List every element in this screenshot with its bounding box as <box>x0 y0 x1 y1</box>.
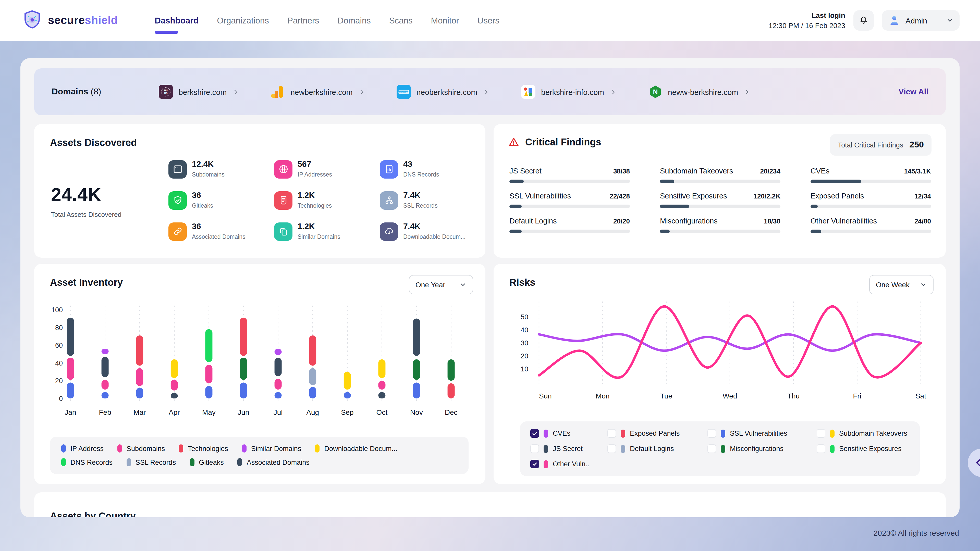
critical-findings-title: Critical Findings <box>525 137 601 148</box>
finding-progress-track <box>509 205 630 208</box>
risk-series-checkbox[interactable] <box>530 460 539 468</box>
stat-label: Similar Domains <box>298 233 340 240</box>
user-menu[interactable]: Admin <box>882 10 959 30</box>
domain-chip-berkshire-info.com[interactable]: berkshire-info.com <box>521 85 616 99</box>
chevron-right-icon <box>610 89 616 95</box>
finding-label: Sensitive Exposures <box>660 192 727 200</box>
svg-text:Jun: Jun <box>238 408 249 416</box>
legend-label: Gitleaks <box>199 458 224 466</box>
domain-chip-neoberkshire.com[interactable]: ANIMATE.CSSneoberkshire.com <box>396 85 490 99</box>
asset-stat-similar-domains: 1.2KSimilar Domains <box>274 216 380 247</box>
legend-color-pill <box>721 445 725 453</box>
svg-text:Jul: Jul <box>274 408 283 416</box>
shield-check-icon <box>172 195 183 206</box>
nav-item-dashboard[interactable]: Dashboard <box>155 11 199 30</box>
nav-item-domains[interactable]: Domains <box>338 11 371 30</box>
risk-series-checkbox[interactable] <box>817 445 825 453</box>
collapse-panel-button[interactable] <box>968 448 980 477</box>
domain-chip-neww-berkshire.com[interactable]: Nneww-berkshire.com <box>648 85 750 99</box>
risk-series-checkbox[interactable] <box>608 445 616 453</box>
legend-label: SSL Records <box>135 458 176 466</box>
asset-stat-dns-records: 43DNS Records <box>380 154 485 185</box>
stat-icon-tile <box>380 191 398 210</box>
finding-value: 20/20 <box>613 218 630 225</box>
legend-color-pill <box>238 458 242 466</box>
risk-series-checkbox[interactable] <box>708 429 716 438</box>
badge-label: Total Critical Findings <box>838 141 904 149</box>
stat-icon-tile <box>380 222 398 241</box>
finding-value: 145/3.1K <box>904 167 931 175</box>
total-critical-findings-badge: Total Critical Findings 250 <box>830 134 932 156</box>
user-avatar-icon <box>888 14 900 27</box>
legend-label: DNS Records <box>70 458 113 466</box>
globe-www-icon: www <box>278 164 289 175</box>
risk-series-checkbox[interactable] <box>608 429 616 438</box>
copyright-footer: 2023© All rights reserved <box>873 529 959 537</box>
asset-inventory-title: Asset Inventory <box>50 277 123 288</box>
finding-progress-fill <box>509 205 522 208</box>
google-domain-icon <box>521 85 535 99</box>
svg-text:Oct: Oct <box>376 408 388 416</box>
stat-label: Technologies <box>298 202 332 208</box>
view-all-link[interactable]: View All <box>899 87 928 97</box>
legend-color-pill <box>118 445 122 453</box>
nav-item-partners[interactable]: Partners <box>287 11 319 30</box>
nav-item-organizations[interactable]: Organizations <box>217 11 269 30</box>
finding-progress-fill <box>660 205 689 208</box>
finding-progress-track <box>660 230 780 233</box>
legend-color-pill <box>61 445 66 453</box>
secureshield-dashboard: secureshield DashboardOrganizationsPartn… <box>0 0 980 551</box>
risks-period-select[interactable]: One Week <box>869 275 934 294</box>
chevron-down-icon <box>920 281 927 288</box>
domain-chip-berkshire.com[interactable]: BHHSberkshire.com <box>159 85 239 99</box>
stat-value: 36 <box>192 222 201 231</box>
stat-label: Downloadable Docum... <box>403 233 466 240</box>
svg-text:Jan: Jan <box>65 408 76 416</box>
svg-text:Sat: Sat <box>915 392 926 400</box>
finding-js-secret: JS Secret38/38 <box>509 167 630 183</box>
risk-series-checkbox[interactable] <box>708 445 716 453</box>
finding-progress-fill <box>509 179 524 183</box>
domain-chips: BHHSberkshire.comnewberkshire.comANIMATE… <box>159 85 750 99</box>
legend-label: SSL Vulnerabilities <box>730 430 788 437</box>
svg-text:40: 40 <box>520 326 528 334</box>
brand-logo[interactable]: secureshield <box>22 10 118 31</box>
nginx-domain-icon: N <box>648 85 662 99</box>
finding-label: Subdomain Takeovers <box>660 167 733 175</box>
domain-chip-newberkshire.com[interactable]: newberkshire.com <box>270 85 365 99</box>
domain-name: neoberkshire.com <box>417 87 477 96</box>
svg-text:10: 10 <box>520 365 528 373</box>
svg-text:N: N <box>653 88 658 96</box>
assets-stats-grid: 12.4KSubdomainswww567IP Addresses43DNS R… <box>169 154 485 247</box>
risk-series-checkbox[interactable] <box>817 429 825 438</box>
svg-text:100: 100 <box>51 306 63 314</box>
user-name: Admin <box>905 16 927 25</box>
risk-legend-item-exposed-panels: Exposed Panels <box>608 429 708 438</box>
chevron-down-icon <box>460 281 466 288</box>
svg-text:HS: HS <box>164 92 168 94</box>
active-tab-underline <box>155 31 178 33</box>
legend-label: CVEs <box>553 430 570 437</box>
inventory-period-select[interactable]: One Year <box>409 275 473 294</box>
brand-name: secureshield <box>48 14 118 27</box>
stat-label: DNS Records <box>403 171 439 177</box>
finding-label: Other Vulnerabilities <box>811 217 877 225</box>
domain-name: newberkshire.com <box>290 87 352 96</box>
chevron-down-icon <box>946 17 953 24</box>
header-right: Last login 12:30 PM / 16 Feb 2023 Admin <box>769 10 959 30</box>
svg-text:20: 20 <box>520 352 528 360</box>
finding-progress-track <box>811 179 931 183</box>
finding-label: Exposed Panels <box>811 192 864 200</box>
risk-series-checkbox[interactable] <box>530 445 539 453</box>
legend-label: Subdomains <box>127 445 165 452</box>
stat-label: IP Addresses <box>298 171 332 177</box>
nav-item-users[interactable]: Users <box>477 11 500 30</box>
legend-color-pill <box>721 429 725 437</box>
notifications-button[interactable] <box>853 10 874 30</box>
nav-item-scans[interactable]: Scans <box>389 11 413 30</box>
stat-label: SSL Records <box>403 202 438 208</box>
stat-icon-tile <box>380 160 398 178</box>
nav-item-monitor[interactable]: Monitor <box>431 11 459 30</box>
asset-stat-subdomains: 12.4KSubdomains <box>169 154 274 185</box>
risk-series-checkbox[interactable] <box>530 429 539 438</box>
